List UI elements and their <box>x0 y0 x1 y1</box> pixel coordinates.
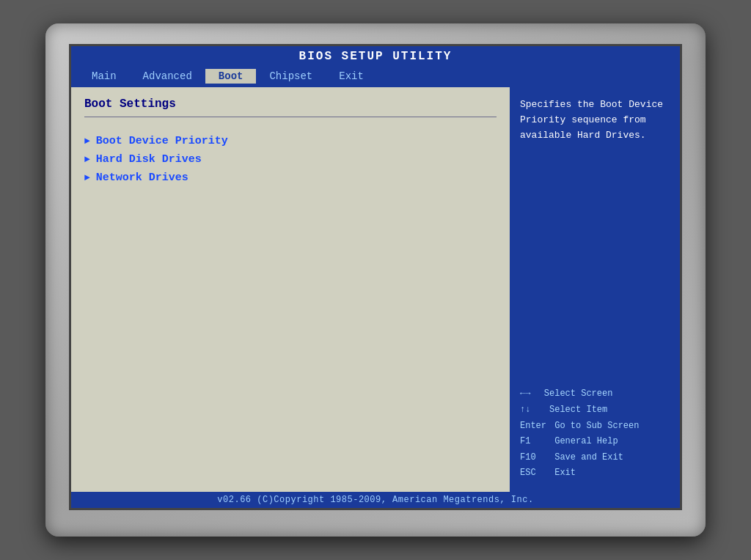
menu-item-main[interactable]: Main <box>78 69 130 84</box>
key-ud-arrows: ↑↓ <box>520 402 546 419</box>
content-area: Boot Settings ► Boot Device Priority ► H… <box>71 86 680 492</box>
footer-label: v02.66 (C)Copyright 1985-2009, American … <box>217 495 533 505</box>
left-panel: Boot Settings ► Boot Device Priority ► H… <box>71 87 511 492</box>
network-drives-label: Network Drives <box>96 172 188 184</box>
boot-device-priority-entry[interactable]: ► Boot Device Priority <box>84 135 497 147</box>
key-help: ←→ Select Screen ↑↓ Select Item Enter Go… <box>520 386 671 482</box>
key-select-screen-label: Select Screen <box>544 386 613 402</box>
menu-item-chipset[interactable]: Chipset <box>256 69 326 84</box>
monitor-bezel: BIOS SETUP UTILITY Main Advanced Boot Ch… <box>45 23 706 537</box>
bios-title: BIOS SETUP UTILITY <box>299 50 453 63</box>
menu-bar: Main Advanced Boot Chipset Exit <box>71 67 680 86</box>
hard-disk-drives-label: Hard Disk Drives <box>96 153 202 166</box>
key-f1: F1 General Help <box>520 434 671 450</box>
key-select-screen: ←→ Select Screen <box>520 386 671 402</box>
arrow-icon-2: ► <box>84 154 90 165</box>
key-esc: ESC Exit <box>520 465 671 482</box>
key-esc-label: Exit <box>554 465 576 482</box>
key-f10-key: F10 <box>520 450 552 466</box>
key-enter: Enter <box>520 419 552 435</box>
right-panel: Specifies the Boot Device Priority seque… <box>511 87 680 492</box>
boot-device-priority-label: Boot Device Priority <box>96 135 228 147</box>
menu-item-advanced[interactable]: Advanced <box>130 69 205 84</box>
hard-disk-drives-entry[interactable]: ► Hard Disk Drives <box>84 153 497 166</box>
menu-item-exit[interactable]: Exit <box>326 69 377 84</box>
title-bar: BIOS SETUP UTILITY <box>71 46 680 67</box>
menu-item-boot[interactable]: Boot <box>205 69 257 84</box>
footer-bar: v02.66 (C)Copyright 1985-2009, American … <box>71 492 680 508</box>
key-f10: F10 Save and Exit <box>520 450 671 466</box>
key-select-item-label: Select Item <box>549 402 607 419</box>
screen: BIOS SETUP UTILITY Main Advanced Boot Ch… <box>69 44 682 510</box>
section-divider <box>84 117 497 117</box>
key-f1-key: F1 <box>520 434 552 450</box>
network-drives-entry[interactable]: ► Network Drives <box>84 172 497 184</box>
arrow-icon-3: ► <box>84 172 90 183</box>
key-select-item: ↑↓ Select Item <box>520 402 671 419</box>
key-esc-key: ESC <box>520 465 552 482</box>
arrow-icon-1: ► <box>84 136 90 147</box>
key-arrows: ←→ <box>520 386 541 402</box>
key-enter-sub: Enter Go to Sub Screen <box>520 419 671 435</box>
menu-entries: ► Boot Device Priority ► Hard Disk Drive… <box>84 135 497 184</box>
help-text: Specifies the Boot Device Priority seque… <box>520 97 671 143</box>
section-title: Boot Settings <box>84 97 497 111</box>
key-enter-label: Go to Sub Screen <box>554 419 639 435</box>
key-f10-label: Save and Exit <box>554 450 623 466</box>
key-f1-label: General Help <box>554 434 618 450</box>
